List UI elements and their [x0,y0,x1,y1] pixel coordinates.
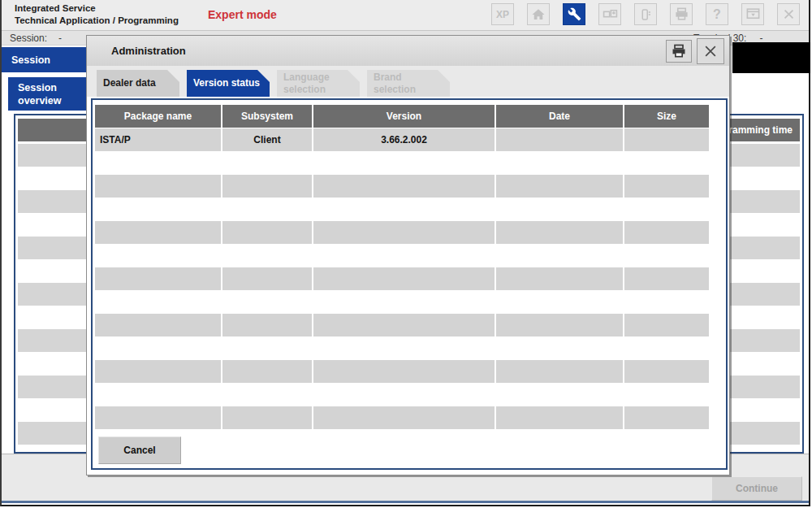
expert-mode-label: Expert mode [208,8,277,21]
home-icon[interactable] [527,3,550,25]
close-icon[interactable] [777,3,800,25]
table-row-empty [95,360,710,383]
version-table: Package name Subsystem Version Date Size… [91,98,728,470]
table-cell-empty [624,406,709,429]
wrench-icon[interactable] [563,3,585,25]
xp-button[interactable]: XP [491,3,514,25]
table-cell-empty [222,360,312,383]
table-cell-empty [222,267,312,290]
app-window: Integrated Service Technical Application… [0,0,810,506]
print-icon[interactable] [666,40,692,63]
table-cell-empty [95,175,221,198]
table-cell-empty [496,175,623,198]
close-icon[interactable] [697,38,724,64]
help-icon[interactable]: ? [706,3,728,25]
table-cell-empty [95,406,221,429]
table-cell-empty [496,314,623,336]
table-cell-empty [624,267,709,290]
cancel-button[interactable]: Cancel [98,436,181,464]
session-value: - [58,33,62,44]
redacted-region [732,42,810,73]
table-cell-empty [222,221,312,244]
table-cell-empty [624,360,709,383]
tab-session[interactable]: Session [2,47,87,72]
table-row-empty [95,406,710,429]
table-cell-empty [624,175,709,198]
dialog-title: Administration [111,45,186,57]
app-header: Integrated Service Technical Application… [2,0,809,31]
printer-icon[interactable] [670,3,693,25]
table-cell-empty [496,267,623,290]
column-header-date: Date [496,105,623,128]
table-cell-empty [313,221,495,244]
sidebar-item-session-overview[interactable]: Session overview [8,77,87,111]
table-cell-empty [313,314,495,336]
table-header-row: Package name Subsystem Version Date Size [95,105,710,128]
connection-icon[interactable] [598,3,621,25]
table-row-empty [95,314,710,336]
administration-dialog: Administration Dealer data Version statu… [86,35,730,475]
tab-version-status[interactable]: Version status [187,70,270,97]
tab-language-selection: Language selection [277,70,360,97]
table-cell-empty [222,314,312,336]
app-title-line2: Technical Application / Programming [15,15,179,27]
toolbar: XP ? [491,3,800,25]
table-cell-empty [313,360,495,383]
session-status: Session:- [10,33,62,44]
column-header-package-name: Package name [95,105,221,128]
table-row[interactable]: ISTA/P Client 3.66.2.002 [95,128,710,151]
cell-subsystem: Client [222,128,312,151]
cell-package-name: ISTA/P [95,128,221,151]
tab-brand-selection: Brand selection [367,70,450,97]
table-cell-empty [95,314,221,336]
xp-label: XP [496,9,509,20]
table-cell-empty [496,360,623,383]
dialog-tabs: Dealer data Version status Language sele… [97,70,450,97]
app-title: Integrated Service Technical Application… [15,2,179,26]
table-row-empty [95,221,710,244]
table-cell-empty [222,406,312,429]
session-label: Session: [10,33,47,44]
window-icon[interactable] [741,3,764,25]
table-cell-empty [624,314,709,336]
table-row-empty [95,267,710,290]
column-header-subsystem: Subsystem [222,105,312,128]
battery-icon[interactable] [634,3,657,25]
table-row-empty [95,175,710,198]
tab-dealer-data[interactable]: Dealer data [97,70,179,97]
table-cell-empty [313,406,495,429]
cell-size [624,128,709,151]
cell-date [496,128,623,151]
app-title-line1: Integrated Service [15,2,179,15]
column-header-size: Size [624,105,709,128]
table-cell-empty [95,221,221,244]
table-cell-empty [95,267,221,290]
table-cell-empty [313,175,495,198]
table-cell-empty [496,406,623,429]
table-cell-empty [313,267,495,290]
column-header-version: Version [313,105,495,128]
table-cell-empty [496,221,623,244]
table-cell-empty [95,360,221,383]
table-cell-empty [624,221,709,244]
continue-button[interactable]: Continue [711,476,802,501]
table-cell-empty [222,175,312,198]
help-label: ? [713,7,721,22]
cell-version: 3.66.2.002 [313,128,495,151]
